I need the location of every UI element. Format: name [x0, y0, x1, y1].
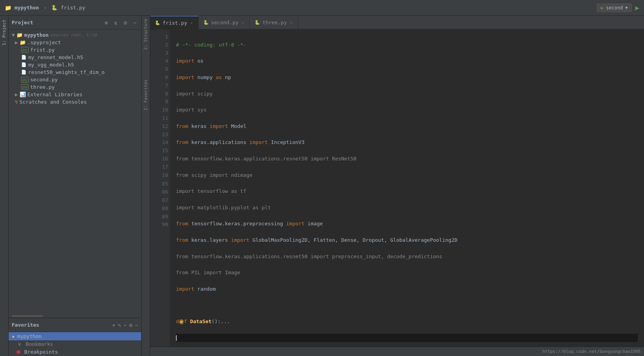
folder-icon: 📁	[16, 32, 23, 38]
expand-icon-ext: ▶	[15, 92, 18, 97]
favorites-toolbar: Favorites + ✎ − ⚙ −	[9, 318, 141, 332]
code-line-18: def DataSet():...	[176, 318, 638, 326]
tab-close-three[interactable]: ✕	[289, 20, 293, 25]
project-name: mypython	[14, 5, 39, 11]
tab-label-frist: frist.py	[163, 20, 187, 26]
star-icon: ★	[12, 333, 15, 339]
tree-label-ext: External Libraries	[27, 92, 83, 97]
fav-label-breakpoints: Breakpoints	[24, 349, 58, 355]
tab-close-second[interactable]: ✕	[241, 20, 245, 25]
code-line-5: import sys	[176, 106, 638, 114]
tab-label-three: three.py	[262, 20, 287, 25]
fav-item-breakpoints[interactable]: Breakpoints	[9, 348, 141, 356]
chevron-down-icon: ▼	[625, 5, 628, 10]
new-folder-btn[interactable]: ⊕	[103, 19, 109, 27]
project-panel-title: Project	[12, 20, 100, 25]
tree-item-resnet[interactable]: 📄 resnet50_weights_tf_dim_o	[9, 68, 141, 76]
project-folder-icon: 📁	[5, 5, 11, 11]
sidebar-item-project-vtab[interactable]: 1: Project	[0, 17, 8, 48]
tree-label-frist: frist.py	[30, 47, 55, 53]
fav-label-bookmarks: Bookmarks	[26, 341, 53, 347]
tree-label-vgg: my_vgg_model.h5	[28, 62, 74, 68]
file-icon: 🐍	[51, 5, 57, 11]
h5-file-icon-rennet: 📄	[21, 55, 27, 60]
folder-icon-spy: 📁	[20, 40, 26, 45]
horizontal-scrollbar[interactable]	[9, 315, 141, 318]
code-line-17	[176, 301, 638, 309]
tab-threepy[interactable]: 🐍 three.py ✕	[250, 16, 298, 29]
scrollbar-thumb[interactable]	[12, 315, 43, 317]
code-line-4: import scipy	[176, 90, 638, 98]
fav-label-mypython: mypython	[17, 333, 42, 339]
tree-label-scratches: Scratches and Consoles	[20, 99, 87, 105]
left-vertical-tab-strip: 1: Project	[0, 16, 9, 356]
status-bar: https://blog.csdn.net/Songyongchao1995	[150, 347, 644, 356]
tree-item-ext-libs[interactable]: ▶ 📊 External Libraries	[9, 91, 141, 98]
line-numbers: 1 2 3 4 5 6 7 8 9 10 11 12 13 14 15 16 1	[150, 30, 170, 347]
breadcrumb: 📁 mypython › 🐍 frist.py	[5, 5, 85, 11]
tree-item-mypython[interactable]: ▼ 📁 mypython sources root, C:\U	[9, 31, 141, 39]
fav-item-bookmarks[interactable]: ∨ Bookmarks	[9, 340, 141, 348]
tab-icon-three: 🐍	[255, 20, 260, 25]
tab-secondpy[interactable]: 🐍 second.py ✕	[199, 16, 250, 29]
fav-add-btn[interactable]: +	[112, 322, 115, 328]
tab-close-frist[interactable]: ✕	[190, 20, 194, 26]
code-line-11: import matplotlib.pyplot as plt	[176, 204, 638, 212]
tree-item-fristpy[interactable]: py frist.py	[9, 46, 141, 54]
code-line-10: import tensorflow as tf	[176, 187, 638, 196]
project-panel: Project ⊕ ⇅ ⚙ − ▼ 📁 mypython sources roo…	[9, 16, 142, 356]
tab-icon-second: 🐍	[203, 20, 209, 25]
tree-item-scratches[interactable]: ↯ Scratches and Consoles	[9, 98, 141, 106]
fav-expand-icon: ∨	[18, 341, 21, 347]
scroll-from-source-btn[interactable]: ⇅	[113, 19, 119, 27]
code-line-12: from tensorflow.keras.preprocessing impo…	[176, 220, 638, 228]
tree-item-vgg[interactable]: 📄 my_vgg_model.h5	[9, 61, 141, 68]
tab-bar: 🐍 frist.py ✕ 🐍 second.py ✕ 🐍 three.py ✕	[150, 16, 644, 30]
collapse-icon: ▼	[12, 32, 15, 38]
favorites-actions: + ✎ − ⚙ −	[112, 322, 138, 328]
tree-item-spyproject[interactable]: ▶ 📁 .spyproject	[9, 39, 141, 46]
tab-fristpy[interactable]: 🐍 frist.py ✕	[150, 16, 199, 29]
code-editor[interactable]: 1 2 3 4 5 6 7 8 9 10 11 12 13 14 15 16 1	[150, 30, 644, 347]
run-config-dropdown[interactable]: ▶ second ▼	[597, 4, 632, 12]
run-button[interactable]: ▶	[635, 4, 639, 12]
fav-close-btn[interactable]: −	[135, 322, 138, 328]
breakpoint-dot-icon	[16, 350, 20, 354]
ext-libs-icon: 📊	[20, 92, 26, 97]
h5-file-icon-vgg: 📄	[21, 62, 27, 67]
title-bar: 📁 mypython › 🐍 frist.py ▶ second ▼ ▶	[0, 0, 644, 16]
editor-area: 🐍 frist.py ✕ 🐍 second.py ✕ 🐍 three.py ✕	[150, 16, 644, 356]
expand-icon: ▶	[15, 40, 18, 45]
code-line-8: from tensorflow.keras.applications.resne…	[176, 155, 638, 163]
vtab-favorites[interactable]: 2: Favorites	[142, 76, 149, 113]
right-vertical-tab-strip: 2: Structure 2: Favorites	[142, 16, 150, 356]
tree-label-resnet: resnet50_weights_tf_dim_o	[28, 69, 105, 75]
fav-item-mypython[interactable]: ★ mypython	[9, 332, 141, 340]
tree-label: mypython	[24, 32, 49, 38]
close-panel-btn[interactable]: −	[132, 19, 138, 27]
fav-edit-btn[interactable]: ✎	[118, 322, 121, 328]
tab-icon-frist: 🐍	[155, 20, 160, 25]
code-content-area[interactable]: # -*- coding: utf-8 -*- import os import…	[170, 30, 644, 347]
fav-settings-btn[interactable]: ⚙	[129, 322, 132, 328]
code-line-6: from keras import Model	[176, 122, 638, 131]
fav-remove-btn[interactable]: −	[124, 322, 127, 328]
code-line-9: from scipy import ndimage	[176, 171, 638, 180]
tree-label-spy: .spyproject	[27, 40, 61, 45]
code-line-13: from keras.layers import GlobalMaxPoolin…	[176, 236, 638, 245]
file-tree: ▼ 📁 mypython sources root, C:\U ▶ 📁 .spy…	[9, 30, 141, 315]
h5-file-icon-resnet: 📄	[21, 70, 27, 75]
code-line-85	[176, 334, 638, 342]
run-config-label: second	[606, 5, 623, 11]
tree-label-three: three.py	[30, 84, 55, 90]
tab-label-second: second.py	[211, 20, 239, 25]
settings-btn[interactable]: ⚙	[122, 19, 128, 27]
tree-item-threepy[interactable]: py three.py	[9, 83, 141, 91]
run-config-icon: ▶	[601, 5, 604, 11]
vtab-structure[interactable]: 2: Structure	[142, 16, 149, 53]
tree-label-rennet: my_rennet_model.h5	[28, 54, 83, 60]
tree-item-secondpy[interactable]: py second.py	[9, 76, 141, 83]
scratch-icon: ↯	[15, 99, 18, 105]
tree-item-rennet[interactable]: 📄 my_rennet_model.h5	[9, 54, 141, 61]
code-line-1: # -*- coding: utf-8 -*-	[176, 41, 638, 49]
